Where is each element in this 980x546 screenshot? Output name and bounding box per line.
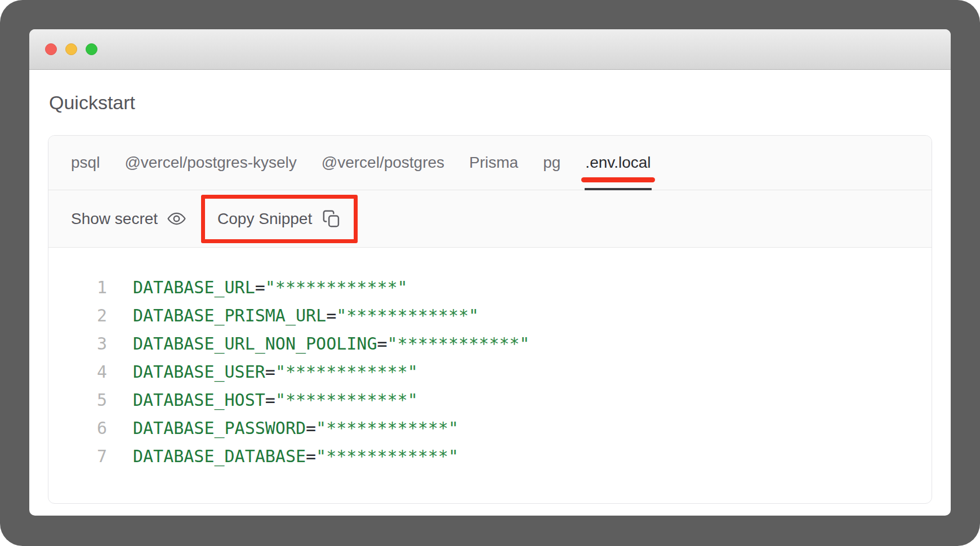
window-content: Quickstart psql@vercel/postgres-kysely@v…: [29, 90, 951, 504]
zoom-button[interactable]: [86, 43, 97, 55]
copy-snippet-button[interactable]: Copy Snippet: [217, 209, 341, 229]
env-var-name: DATABASE_DATABASE: [133, 446, 306, 466]
line-number: 6: [48, 414, 107, 442]
tab-label: pg: [543, 154, 560, 172]
tab-label: @vercel/postgres: [322, 154, 444, 172]
copy-snippet-annotation-box: Copy Snippet: [201, 195, 358, 243]
env-var-line: DATABASE_URL="************": [133, 274, 408, 302]
code-line: 2DATABASE_PRISMA_URL="************": [48, 302, 909, 330]
code-line: 3DATABASE_URL_NON_POOLING="************": [48, 330, 909, 358]
title-bar[interactable]: [29, 29, 951, 70]
active-tab-indicator: [585, 188, 651, 190]
tab-.env.local[interactable]: .env.local: [585, 136, 651, 190]
code-line: 1DATABASE_URL="************": [48, 274, 909, 302]
env-var-line: DATABASE_HOST="************": [133, 386, 418, 414]
env-var-value: "************": [387, 334, 530, 353]
tab-bar: psql@vercel/postgres-kysely@vercel/postg…: [48, 136, 932, 190]
env-var-value: "************": [316, 446, 458, 466]
equals-sign: =: [306, 446, 316, 466]
quickstart-panel: psql@vercel/postgres-kysely@vercel/postg…: [48, 135, 932, 504]
tab-label: psql: [71, 154, 100, 172]
env-var-name: DATABASE_PRISMA_URL: [133, 306, 326, 325]
copy-icon: [322, 209, 341, 229]
env-var-value: "************": [275, 390, 418, 410]
env-var-name: DATABASE_URL_NON_POOLING: [133, 334, 377, 353]
tab-label: @vercel/postgres-kysely: [124, 154, 296, 172]
code-line: 5DATABASE_HOST="************": [48, 386, 909, 414]
line-number: 1: [48, 274, 107, 302]
line-number: 5: [48, 386, 107, 414]
code-line: 6DATABASE_PASSWORD="************": [48, 414, 909, 442]
window-frame: Quickstart psql@vercel/postgres-kysely@v…: [0, 0, 980, 546]
env-var-name: DATABASE_PASSWORD: [133, 418, 306, 438]
snippet-toolbar: Show secret Copy Snippet: [48, 190, 932, 248]
line-number: 4: [48, 358, 107, 386]
equals-sign: =: [255, 278, 265, 297]
red-annotation-underline: [581, 177, 654, 182]
code-block[interactable]: 1DATABASE_URL="************"2DATABASE_PR…: [48, 248, 932, 503]
tab-pg[interactable]: pg: [543, 136, 560, 190]
env-var-line: DATABASE_USER="************": [133, 358, 418, 386]
show-secret-label: Show secret: [71, 210, 158, 228]
env-var-value: "************": [336, 306, 479, 325]
env-var-name: DATABASE_USER: [133, 362, 265, 382]
env-var-line: DATABASE_PRISMA_URL="************": [133, 302, 479, 330]
env-var-line: DATABASE_PASSWORD="************": [133, 414, 458, 442]
env-var-line: DATABASE_URL_NON_POOLING="************": [133, 330, 529, 358]
tab-label: .env.local: [585, 154, 651, 172]
line-number: 3: [48, 330, 107, 358]
eye-icon: [166, 208, 187, 229]
tab-vercel-postgres[interactable]: @vercel/postgres: [322, 136, 444, 190]
tab-psql[interactable]: psql: [71, 136, 100, 190]
minimize-button[interactable]: [65, 43, 77, 55]
line-number: 7: [48, 442, 107, 471]
app-window: Quickstart psql@vercel/postgres-kysely@v…: [29, 29, 951, 516]
line-number: 2: [48, 302, 107, 330]
equals-sign: =: [265, 390, 275, 410]
equals-sign: =: [306, 418, 316, 438]
env-var-name: DATABASE_URL: [133, 278, 255, 297]
page-title: Quickstart: [49, 90, 932, 115]
copy-snippet-label: Copy Snippet: [217, 210, 312, 228]
env-var-value: "************": [316, 418, 458, 438]
env-var-value: "************": [265, 278, 408, 297]
show-secret-button[interactable]: Show secret: [71, 208, 187, 229]
tab-Prisma[interactable]: Prisma: [469, 136, 518, 190]
env-var-line: DATABASE_DATABASE="************": [133, 442, 458, 471]
equals-sign: =: [265, 362, 275, 382]
env-var-name: DATABASE_HOST: [133, 390, 265, 410]
equals-sign: =: [377, 334, 387, 353]
env-var-value: "************": [275, 362, 418, 382]
tab-label: Prisma: [469, 154, 518, 172]
equals-sign: =: [326, 306, 336, 325]
code-line: 4DATABASE_USER="************": [48, 358, 909, 386]
tab-vercel-postgres-kysely[interactable]: @vercel/postgres-kysely: [124, 136, 296, 190]
close-button[interactable]: [45, 43, 57, 55]
code-line: 7DATABASE_DATABASE="************": [48, 442, 909, 471]
